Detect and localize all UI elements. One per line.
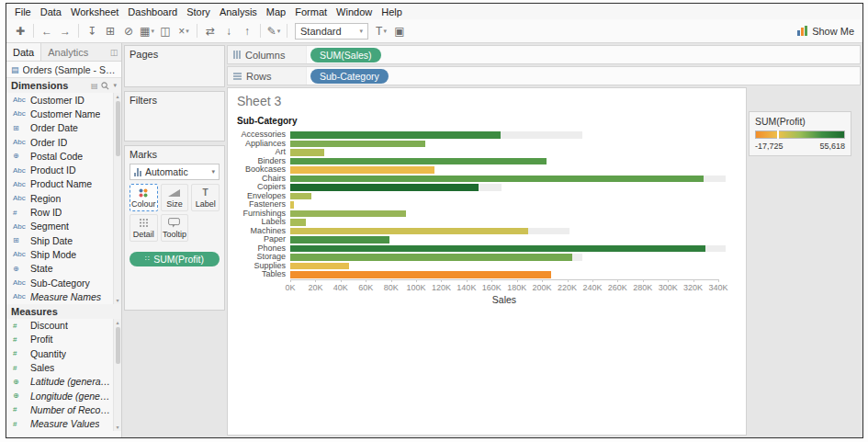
show-me-button[interactable]: Show Me [797,26,858,37]
field-postal-code[interactable]: ⊕Postal Code [6,149,121,163]
bar-mark[interactable] [290,184,479,191]
field-region[interactable]: AbcRegion [6,191,121,205]
rows-shelf[interactable]: Rows Sub-Category [227,66,861,85]
field-customer-id[interactable]: AbcCustomer ID [6,93,121,107]
field-order-id[interactable]: AbcOrder ID [6,135,121,149]
scroll-down-icon[interactable]: ▾ [116,297,118,304]
menu-analysis[interactable]: Analysis [215,6,262,17]
sort-ascending-button[interactable]: ↓ [220,22,238,40]
save-button[interactable]: ↧ [83,22,101,40]
scrollbar-thumb[interactable] [116,101,120,156]
field-sub-category[interactable]: AbcSub-Category [6,276,121,289]
field-profit[interactable]: #Profit [6,333,121,346]
chevron-down-icon[interactable]: ▾ [113,82,117,89]
menu-help[interactable]: Help [377,6,407,17]
new-data-source-button[interactable]: ⊞ [101,22,119,40]
clear-sheet-button[interactable]: ×▾ [175,22,193,40]
field-product-name[interactable]: AbcProduct Name [6,177,121,191]
fit-selector[interactable]: Standard ▾ [295,23,368,40]
detail-button[interactable]: Detail [130,214,158,242]
duplicate-button[interactable]: ◫ [156,22,175,40]
pages-shelf[interactable]: Pages [124,45,225,87]
tab-analytics[interactable]: Analytics [41,43,95,61]
scrollbar-thumb[interactable] [116,327,120,364]
pause-auto-updates-button[interactable]: ⊘ [119,22,138,40]
data-source-item[interactable]: ▤ Orders (Sample - Su... [6,62,121,78]
bar-mark[interactable] [290,210,406,218]
menu-format[interactable]: Format [290,6,332,17]
menu-worksheet[interactable]: Worksheet [66,6,123,17]
view-options-icon[interactable]: ▤ [91,82,98,90]
bar-mark[interactable] [290,263,349,270]
show-mark-labels-button[interactable]: T▾ [372,22,390,40]
field-number-of-records[interactable]: #Number of Records [6,402,121,416]
field-measure-values[interactable]: #Measure Values [6,417,121,431]
pill-sum-sales[interactable]: SUM(Sales) [310,48,381,62]
scroll-up-icon[interactable]: ▴ [116,319,118,326]
field-ship-date[interactable]: ⊞Ship Date [6,233,121,247]
marks-color-pill[interactable]: ∷ SUM(Profit) [130,252,220,266]
bar-mark[interactable] [290,228,528,235]
bar-mark[interactable] [290,131,501,139]
menu-file[interactable]: File [10,6,36,17]
field-order-date[interactable]: ⊞Order Date [6,121,121,135]
menu-window[interactable]: Window [332,6,377,17]
bar-mark[interactable] [290,271,551,278]
dimensions-scrollbar[interactable]: ▴ ▾ [113,93,121,304]
bar-mark[interactable] [290,245,705,253]
undo-button[interactable]: ← [38,22,56,40]
field-measure-names[interactable]: AbcMeasure Names [6,289,121,303]
bar-mark[interactable] [290,236,389,244]
colour-button[interactable]: Colour [130,184,158,211]
tableau-logo-button[interactable]: ✚ [11,22,29,40]
field-state[interactable]: ⊕State [6,262,121,276]
field-customer-name[interactable]: AbcCustomer Name [6,107,121,120]
field-product-id[interactable]: AbcProduct ID [6,163,121,176]
tab-data[interactable]: Data [6,43,41,61]
bar-mark[interactable] [290,149,324,156]
label-button[interactable]: T Label [191,184,220,211]
sort-descending-button[interactable]: ↑ [238,22,256,40]
x-axis-title[interactable]: Sales [290,294,718,305]
bar-mark[interactable] [290,219,306,226]
menu-map[interactable]: Map [262,6,290,17]
new-worksheet-button[interactable]: ▦▾ [138,22,156,40]
profit-gradient[interactable] [755,130,845,139]
bar-mark[interactable] [290,254,572,261]
bar-mark[interactable] [290,193,311,200]
bar-mark[interactable] [290,141,425,148]
pill-sub-category[interactable]: Sub-Category [310,69,389,84]
pane-layout-icon[interactable]: ◫ [107,43,121,61]
columns-shelf[interactable]: Columns SUM(Sales) [227,45,861,64]
redo-button[interactable]: → [56,22,74,40]
field-longitude-genera[interactable]: ⊕Longitude (genera... [6,389,121,402]
search-icon[interactable] [101,82,109,90]
mark-type-dropdown[interactable]: Automatic ▾ [130,164,220,180]
field-quantity[interactable]: #Quantity [6,346,121,360]
size-button[interactable]: Size [161,184,189,211]
tooltip-button[interactable]: Tooltip [161,214,189,242]
bar-mark[interactable] [290,158,547,165]
bar-mark[interactable] [290,201,294,209]
measures-scrollbar[interactable]: ▴ ▾ [113,319,121,431]
field-ship-mode[interactable]: AbcShip Mode [6,247,121,261]
color-legend[interactable]: SUM(Profit) -17,725 55,618 [749,111,851,156]
field-latitude-generated[interactable]: ⊕Latitude (generated) [6,375,121,389]
field-discount[interactable]: #Discount [6,319,121,333]
field-sales[interactable]: #Sales [6,360,121,374]
scroll-down-icon[interactable]: ▾ [116,424,118,431]
presentation-mode-button[interactable]: ▣ [390,22,409,40]
bar-mark[interactable] [290,176,704,183]
scroll-up-icon[interactable]: ▴ [116,93,118,100]
highlight-button[interactable]: ✎▾ [265,22,283,40]
bar-mark[interactable] [290,166,434,174]
field-segment[interactable]: AbcSegment [6,220,121,233]
category-label[interactable]: Tables [235,270,290,279]
filters-shelf[interactable]: Filters [124,91,225,142]
field-row-id[interactable]: #Row ID [6,205,121,219]
menu-dashboard[interactable]: Dashboard [123,6,182,17]
menu-story[interactable]: Story [182,6,215,17]
x-axis: 0K20K40K60K80K100K120K140K160K180K200K22… [290,279,718,294]
swap-axes-button[interactable]: ⇄ [201,22,220,40]
menu-data[interactable]: Data [36,6,66,17]
